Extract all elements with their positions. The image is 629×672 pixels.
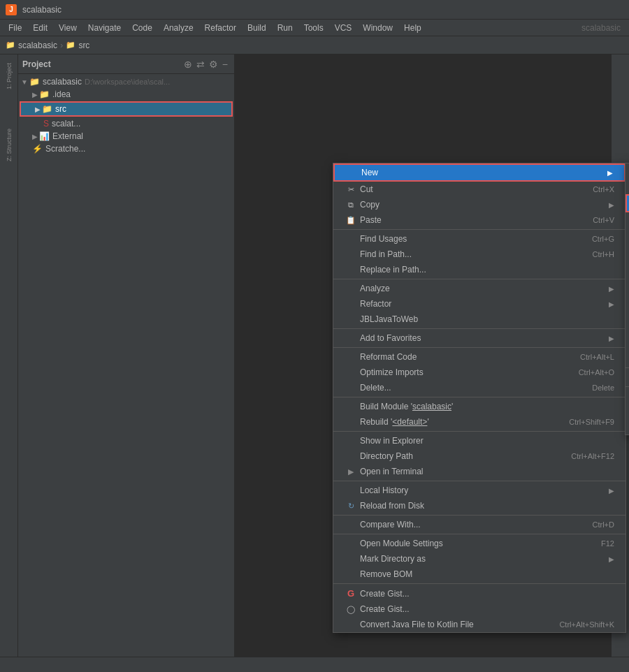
- ctx-replace-path[interactable]: Replace in Path...: [333, 262, 626, 277]
- menu-run[interactable]: Run: [272, 20, 298, 36]
- menu-code[interactable]: Code: [126, 20, 158, 36]
- sub-edit-templates[interactable]: Edit File Templates...: [626, 370, 629, 385]
- ctx-find-path[interactable]: Find in Path... Ctrl+H: [333, 247, 626, 262]
- tree-idea-arrow: ▶: [32, 91, 38, 98]
- tree-scala-label: scalat...: [52, 119, 80, 129]
- panel-icon-globe[interactable]: ⊕: [182, 59, 194, 70]
- ctx-paste-label: Paste: [360, 215, 581, 225]
- ctx-analyze[interactable]: Analyze ▶: [333, 281, 626, 296]
- menu-view[interactable]: View: [53, 20, 82, 36]
- panel-icon-minimize[interactable]: −: [220, 59, 230, 70]
- ctx-optimize-label: Optimize Imports: [360, 367, 567, 377]
- new-submenu: J Java Class K Kotlin File/Class S Scala…: [625, 163, 629, 435]
- tree-ext-label: External: [52, 131, 83, 141]
- sub-file[interactable]: 📄 File: [626, 212, 629, 228]
- sub-fxml[interactable]: F FXML File: [626, 258, 629, 274]
- sub-resource-bundle[interactable]: 📦 Resource Bundle: [626, 419, 629, 434]
- ctx-remove-bom[interactable]: Remove BOM: [333, 567, 626, 582]
- left-tool-strip: 1: Project Z: Structure: [0, 54, 18, 672]
- ctx-reformat[interactable]: Reformat Code Ctrl+Alt+L: [333, 349, 626, 365]
- ctx-compare[interactable]: Compare With... Ctrl+D: [333, 517, 626, 532]
- breadcrumb-root[interactable]: scalabasic: [18, 41, 57, 50]
- ctx-convert-java[interactable]: Convert Java File to Kotlin File Ctrl+Al…: [333, 617, 626, 632]
- ctx-create-gist2[interactable]: ◯ Create Gist...: [333, 601, 626, 617]
- ctx-convert-label: Convert Java File to Kotlin File: [360, 620, 548, 629]
- ctx-jbl[interactable]: JBLJavaToWeb: [333, 312, 626, 327]
- ctx-favorites[interactable]: Add to Favorites ▶: [333, 330, 626, 346]
- tree-ext-arrow: ▶: [32, 133, 38, 140]
- panel-title: Project: [22, 59, 182, 69]
- breadcrumb-sep1: ›: [60, 40, 63, 50]
- sub-package-info[interactable]: J package-info.java: [626, 274, 629, 289]
- ctx-optimize[interactable]: Optimize Imports Ctrl+Alt+O: [333, 365, 626, 380]
- menu-analyze[interactable]: Analyze: [158, 20, 199, 36]
- ctx-sep5: [333, 397, 626, 397]
- sub-package[interactable]: 📦 Package: [626, 243, 629, 258]
- sub-scala-class[interactable]: S Scala Class: [626, 194, 629, 212]
- sub-scala-worksheet[interactable]: S Scala Worksheet: [626, 305, 629, 320]
- ctx-module-settings[interactable]: Open Module Settings F12: [333, 536, 626, 551]
- menu-window[interactable]: Window: [357, 20, 398, 36]
- tree-root[interactable]: ▼ 📁 scalabasic D:\workspace\idea\scal...: [18, 75, 234, 88]
- ctx-rebuild[interactable]: Rebuild '<default>' Ctrl+Shift+F9: [333, 414, 626, 430]
- panel-header: Project ⊕ ⇄ ⚙ −: [18, 54, 234, 74]
- title-bar-text: scalabasic: [22, 5, 62, 15]
- ctx-paste[interactable]: 📋 Paste Ctrl+V: [333, 212, 626, 228]
- sub-kotlin-file[interactable]: K Kotlin File/Class: [626, 179, 629, 194]
- menu-file[interactable]: File: [3, 20, 27, 36]
- tree-scratches[interactable]: ⚡ Scratche...: [18, 143, 234, 155]
- strip-structure-label[interactable]: Z: Structure: [6, 123, 13, 167]
- menu-refactor[interactable]: Refactor: [199, 20, 242, 36]
- ctx-local-history[interactable]: Local History ▶: [333, 483, 626, 498]
- ctx-cut[interactable]: ✂ Cut Ctrl+X: [333, 182, 626, 197]
- sub-swing-ui[interactable]: Swing UI Designer ▶: [626, 404, 629, 419]
- strip-project-label[interactable]: 1: Project: [6, 57, 13, 95]
- sub-kotlin-worksheet[interactable]: K Kotlin Worksheet: [626, 335, 629, 351]
- project-panel: Project ⊕ ⇄ ⚙ − ▼ 📁 scalabasic D:\worksp…: [18, 54, 235, 672]
- tree-scratch-icon: ⚡: [32, 144, 43, 154]
- ctx-refactor-arrow: ▶: [609, 300, 614, 308]
- ctx-sep7: [333, 481, 626, 481]
- menu-tools[interactable]: Tools: [298, 20, 329, 36]
- ctx-reload-disk[interactable]: ↻ Reload from Disk: [333, 498, 626, 513]
- menu-navigate[interactable]: Navigate: [82, 20, 126, 36]
- menu-help[interactable]: Help: [398, 20, 427, 36]
- ctx-reformat-shortcut: Ctrl+Alt+L: [580, 353, 614, 361]
- tree-area: ▼ 📁 scalabasic D:\workspace\idea\scal...…: [18, 74, 234, 672]
- status-bar: [0, 657, 629, 672]
- sub-javafx[interactable]: J JavaFXApplication: [626, 351, 629, 366]
- panel-icon-arrows[interactable]: ⇄: [194, 59, 207, 70]
- ctx-find-usages[interactable]: Find Usages Ctrl+G: [333, 231, 626, 247]
- breadcrumb-folder2-icon: 📁: [66, 41, 75, 50]
- menu-build[interactable]: Build: [242, 20, 272, 36]
- breadcrumb-src[interactable]: src: [78, 41, 89, 50]
- ctx-directory-path[interactable]: Directory Path Ctrl+Alt+F12: [333, 448, 626, 464]
- ctx-mark-arrow: ▶: [609, 555, 614, 563]
- ctx-terminal-label: Open in Terminal: [360, 467, 614, 476]
- sub-scratch[interactable]: 📝 Scratch File Ctrl+Alt+Shift+Insert: [626, 228, 629, 243]
- ctx-refactor[interactable]: Refactor ▶: [333, 296, 626, 312]
- sub-java-class[interactable]: J Java Class: [626, 163, 629, 179]
- ctx-delete[interactable]: Delete... Delete: [333, 380, 626, 395]
- panel-icon-gear[interactable]: ⚙: [207, 59, 220, 70]
- sub-html[interactable]: H HTML File: [626, 289, 629, 305]
- ctx-terminal[interactable]: ▶ Open in Terminal: [333, 464, 626, 479]
- ctx-reload-icon: ↻: [345, 502, 357, 511]
- sub-kotlin-script[interactable]: K Kotlin Script: [626, 320, 629, 335]
- menu-vcs[interactable]: VCS: [329, 20, 358, 36]
- tree-scala-file[interactable]: S scalat...: [18, 117, 234, 130]
- ctx-build-module[interactable]: Build Module 'scalabasic': [333, 399, 626, 414]
- tree-idea-folder[interactable]: ▶ 📁 .idea: [18, 88, 234, 101]
- ctx-copy[interactable]: ⧉ Copy ▶: [333, 197, 626, 212]
- ctx-show-explorer[interactable]: Show in Explorer: [333, 433, 626, 448]
- ctx-create-gist1[interactable]: G Create Gist...: [333, 585, 626, 601]
- ctx-sep3: [333, 328, 626, 329]
- ctx-dir-label: Directory Path: [360, 451, 560, 461]
- ctx-new[interactable]: New ▶: [333, 163, 626, 182]
- menu-edit[interactable]: Edit: [27, 20, 53, 36]
- sub-editorconfig[interactable]: ⚙ EditorConfig File: [626, 388, 629, 404]
- ctx-mark-dir[interactable]: Mark Directory as ▶: [333, 551, 626, 567]
- menu-bar: File Edit View Navigate Code Analyze Ref…: [0, 20, 629, 36]
- tree-ext-libraries[interactable]: ▶ 📊 External: [18, 130, 234, 143]
- tree-src-folder[interactable]: ▶ 📁 src: [20, 101, 233, 117]
